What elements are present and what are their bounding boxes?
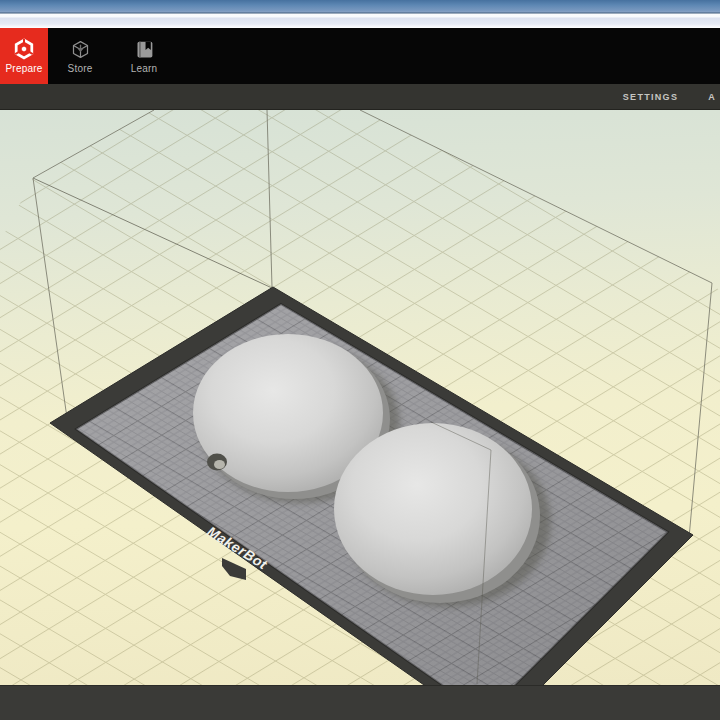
model-1-hole-inner (214, 460, 225, 469)
scene-canvas: MakerBot (0, 110, 720, 685)
store-cube-icon (70, 38, 91, 60)
partial-menu-item[interactable]: A (708, 92, 716, 102)
tab-store-label: Store (68, 63, 93, 74)
tab-learn[interactable]: Learn (112, 28, 176, 84)
tab-prepare[interactable]: Prepare (0, 28, 48, 84)
makerbot-logo-icon (13, 38, 35, 60)
settings-bar: SETTINGS A (0, 84, 720, 110)
learn-book-icon (134, 38, 155, 60)
tab-learn-label: Learn (131, 63, 158, 74)
status-bar (0, 685, 720, 720)
model-2-dome (334, 423, 532, 595)
main-toolbar: Prepare Store (0, 28, 720, 84)
viewport-3d[interactable]: MakerBot (0, 110, 720, 685)
makerbot-desktop-window: Prepare Store (0, 0, 720, 720)
tab-store[interactable]: Store (48, 28, 112, 84)
window-titlebar[interactable] (0, 0, 720, 28)
settings-button[interactable]: SETTINGS (623, 92, 678, 102)
tab-prepare-label: Prepare (6, 63, 43, 74)
